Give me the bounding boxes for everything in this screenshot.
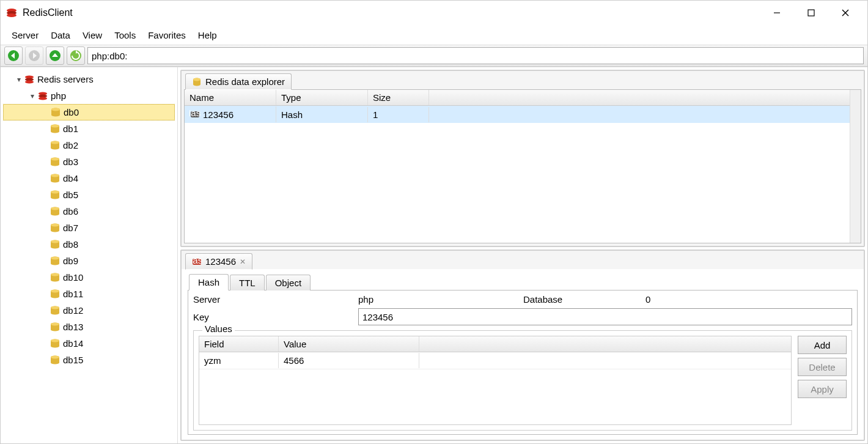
redis-icon — [6, 7, 18, 19]
tree-db-db15[interactable]: db15 — [3, 352, 175, 368]
svg-point-24 — [51, 157, 59, 160]
key-tab[interactable]: Hash 123456 ✕ — [185, 253, 252, 270]
menu-bar: Server Data View Tools Favorites Help — [1, 25, 867, 45]
col-value[interactable]: Value — [279, 336, 419, 352]
col-name[interactable]: Name — [185, 90, 276, 105]
tree-server[interactable]: ▾ php — [3, 87, 175, 104]
delete-button[interactable]: Delete — [798, 358, 847, 376]
redis-servers-icon — [24, 74, 35, 85]
key-input[interactable] — [358, 308, 852, 325]
svg-point-38 — [51, 273, 59, 276]
tree-db-db3[interactable]: db3 — [3, 154, 175, 170]
database-icon — [50, 355, 61, 366]
tree-db-db10[interactable]: db10 — [3, 269, 175, 286]
hash-icon: Hash — [189, 109, 200, 120]
tree-db-label: db12 — [63, 305, 83, 316]
tab-ttl[interactable]: TTL — [230, 275, 265, 290]
tree-db-label: db4 — [63, 173, 78, 183]
menu-help[interactable]: Help — [192, 28, 223, 43]
content-area: ▾ Redis servers ▾ php db0db1db2db3db4db5… — [1, 67, 867, 443]
tree-db-db8[interactable]: db8 — [3, 236, 175, 253]
database-icon — [50, 124, 61, 135]
database-icon — [50, 206, 61, 217]
nav-forward-button[interactable] — [25, 46, 43, 65]
scrollbar[interactable] — [850, 90, 861, 243]
database-icon — [50, 107, 61, 118]
tree-db-db12[interactable]: db12 — [3, 302, 175, 319]
title-bar: RedisClient — [1, 1, 867, 25]
tree-db-db5[interactable]: db5 — [3, 187, 175, 203]
menu-data[interactable]: Data — [45, 28, 76, 43]
key-tab-label: 123456 — [205, 256, 236, 267]
col-size[interactable]: Size — [368, 90, 429, 105]
chevron-down-icon[interactable]: ▾ — [14, 75, 24, 84]
tree-db-db6[interactable]: db6 — [3, 203, 175, 220]
value-field: yzm — [199, 353, 279, 368]
explorer-row[interactable]: Hash 123456 Hash 1 — [185, 106, 850, 123]
tree-db-db14[interactable]: db14 — [3, 335, 175, 352]
menu-server[interactable]: Server — [6, 28, 45, 43]
svg-point-2 — [7, 13, 17, 17]
database-icon — [50, 223, 61, 234]
svg-point-42 — [51, 306, 59, 309]
minimize-button[interactable] — [760, 1, 794, 25]
nav-refresh-button[interactable] — [67, 46, 85, 65]
close-tab-icon[interactable]: ✕ — [240, 257, 246, 266]
svg-point-32 — [51, 223, 59, 226]
detail-body: Server php Database 0 Key Values — [188, 290, 858, 435]
hash-icon: Hash — [192, 257, 202, 267]
menu-favorites[interactable]: Favorites — [142, 28, 192, 43]
close-button[interactable] — [828, 1, 862, 25]
database-icon — [50, 140, 61, 151]
database-icon — [50, 256, 61, 267]
svg-point-13 — [25, 80, 34, 83]
nav-back-button[interactable] — [4, 46, 23, 65]
tree-db-db13[interactable]: db13 — [3, 319, 175, 335]
values-legend: Values — [202, 324, 235, 334]
values-row[interactable]: yzm 4566 — [199, 352, 791, 369]
svg-point-48 — [51, 355, 59, 358]
server-icon — [37, 91, 48, 102]
menu-tools[interactable]: Tools — [108, 28, 142, 43]
col-field[interactable]: Field — [199, 336, 279, 352]
tree-db-db4[interactable]: db4 — [3, 170, 175, 187]
row-name: 123456 — [203, 109, 234, 120]
svg-point-30 — [51, 207, 59, 210]
tree-root[interactable]: ▾ Redis servers — [3, 71, 175, 87]
tab-hash[interactable]: Hash — [189, 274, 229, 290]
app-window: RedisClient Server Data View Tools Favor… — [0, 0, 868, 444]
maximize-button[interactable] — [794, 1, 828, 25]
server-tree[interactable]: ▾ Redis servers ▾ php db0db1db2db3db4db5… — [1, 67, 178, 443]
tree-root-label: Redis servers — [37, 74, 94, 84]
menu-view[interactable]: View — [76, 28, 108, 43]
chevron-down-icon[interactable]: ▾ — [28, 92, 37, 100]
value-server: php — [358, 294, 523, 305]
database-icon — [50, 157, 61, 168]
tree-db-db1[interactable]: db1 — [3, 120, 175, 137]
explorer-tab[interactable]: Redis data explorer — [185, 73, 292, 90]
tree-db-label: db3 — [63, 157, 78, 167]
detail-subtabs: Hash TTL Object — [185, 272, 860, 290]
svg-point-20 — [51, 124, 59, 127]
apply-button[interactable]: Apply — [798, 380, 847, 398]
tree-db-db0[interactable]: db0 — [3, 104, 175, 120]
col-type[interactable]: Type — [276, 90, 368, 105]
tab-object[interactable]: Object — [266, 275, 311, 290]
tree-db-db11[interactable]: db11 — [3, 286, 175, 302]
tree-db-db7[interactable]: db7 — [3, 220, 175, 236]
tree-db-db2[interactable]: db2 — [3, 137, 175, 154]
tree-db-label: db0 — [64, 107, 79, 117]
label-key: Key — [193, 312, 358, 322]
values-group: Values Field Value yzm 4566 — [193, 330, 852, 431]
tree-db-db9[interactable]: db9 — [3, 253, 175, 269]
add-button[interactable]: Add — [798, 336, 847, 354]
explorer-body: Name Type Size Hash 123456 Hash 1 — [184, 89, 861, 243]
values-grid[interactable]: Field Value yzm 4566 — [199, 336, 792, 425]
tree-db-label: db9 — [63, 256, 78, 266]
nav-toolbar — [1, 45, 867, 67]
nav-up-button[interactable] — [46, 46, 64, 65]
value-database: 0 — [645, 294, 811, 305]
tree-server-label: php — [51, 91, 66, 101]
svg-point-28 — [51, 190, 59, 193]
address-input[interactable] — [87, 47, 864, 64]
